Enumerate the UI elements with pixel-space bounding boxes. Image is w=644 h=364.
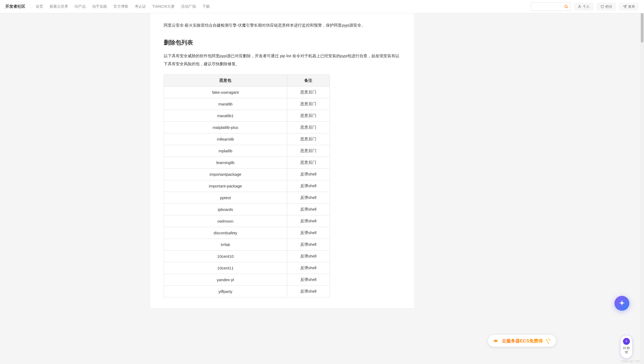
personal-button[interactable]: 个人 bbox=[574, 3, 593, 11]
cell-note: 恶意后门 bbox=[287, 87, 330, 98]
table-row: owlmoon反弹shell bbox=[164, 215, 330, 227]
search-button[interactable] bbox=[564, 4, 569, 9]
cell-note: 反弹shell bbox=[287, 262, 330, 274]
cell-note: 恶意后门 bbox=[287, 133, 330, 145]
header-actions: 个人 积分 发布 bbox=[531, 2, 639, 11]
cell-package: maratlib1 bbox=[164, 110, 287, 122]
package-table: 恶意包 备注 fake-useragant恶意后门maratlib恶意后门mar… bbox=[164, 75, 330, 297]
table-row: trrfab反弹shell bbox=[164, 239, 330, 251]
cell-package: important-package bbox=[164, 180, 287, 192]
nav-explore[interactable]: 探索云世界 bbox=[50, 4, 68, 9]
cell-note: 反弹shell bbox=[287, 274, 330, 286]
table-row: fake-useragant恶意后门 bbox=[164, 87, 330, 98]
table-row: ipboards反弹shell bbox=[164, 204, 330, 215]
cell-note: 反弹shell bbox=[287, 215, 330, 227]
table-row: 10cent11反弹shell bbox=[164, 262, 330, 274]
cell-package: ipboards bbox=[164, 204, 287, 215]
table-row: discordsafety反弹shell bbox=[164, 227, 330, 239]
points-button[interactable]: 积分 bbox=[597, 3, 616, 11]
page-wrapper: 阿里云安全-薪火实验室结合自建检测引擎-伏魔引擎长期对供应链恶意样本进行监控和预… bbox=[0, 13, 644, 319]
cell-package: mplatlib bbox=[164, 145, 287, 157]
section-heading: 删除包列表 bbox=[164, 39, 401, 47]
article-content: 阿里云安全-薪火实验室结合自建检测引擎-伏魔引擎长期对供应链恶意样本进行监控和预… bbox=[150, 13, 414, 308]
top-nav: 首页 探索云世界 问产品 动手实践 官方博客 考认证 TIANCHI大赛 活动广… bbox=[36, 4, 531, 9]
cell-note: 恶意后门 bbox=[287, 157, 330, 169]
cell-package: matplatlib-plus bbox=[164, 122, 287, 133]
sparkle-icon bbox=[618, 300, 626, 307]
table-row: mplatlib恶意后门 bbox=[164, 145, 330, 157]
th-package: 恶意包 bbox=[164, 75, 287, 87]
nav-download[interactable]: 下载 bbox=[202, 4, 210, 9]
cell-note: 反弹shell bbox=[287, 251, 330, 262]
cell-package: pptest bbox=[164, 192, 287, 204]
send-icon bbox=[623, 5, 627, 9]
cell-note: 恶意后门 bbox=[287, 98, 330, 110]
cell-note: 恶意后门 bbox=[287, 145, 330, 157]
search-box bbox=[531, 2, 571, 11]
cell-note: 反弹shell bbox=[287, 239, 330, 251]
table-row: matplatlib-plus恶意后门 bbox=[164, 122, 330, 133]
nav-practice[interactable]: 动手实践 bbox=[92, 4, 107, 9]
search-icon bbox=[564, 5, 568, 9]
cell-package: trrfab bbox=[164, 239, 287, 251]
svg-line-1 bbox=[567, 7, 568, 8]
nav-certification[interactable]: 考认证 bbox=[135, 4, 146, 9]
table-row: yandex-yt反弹shell bbox=[164, 274, 330, 286]
cell-package: learninglib bbox=[164, 157, 287, 169]
table-row: importantpackage反弹shell bbox=[164, 169, 330, 180]
table-row: pptest反弹shell bbox=[164, 192, 330, 204]
th-note: 备注 bbox=[287, 75, 330, 87]
user-icon bbox=[578, 5, 581, 9]
cell-package: fake-useragant bbox=[164, 87, 287, 98]
cell-package: yandex-yt bbox=[164, 274, 287, 286]
cell-package: maratlib bbox=[164, 98, 287, 110]
cell-package: owlmoon bbox=[164, 215, 287, 227]
table-row: important-package反弹shell bbox=[164, 180, 330, 192]
table-row: maratlib1恶意后门 bbox=[164, 110, 330, 122]
svg-point-2 bbox=[579, 5, 580, 7]
table-row: yiffparty反弹shell bbox=[164, 286, 330, 297]
table-row: 10cent10反弹shell bbox=[164, 251, 330, 262]
intro-paragraph: 阿里云安全-薪火实验室结合自建检测引擎-伏魔引擎长期对供应链恶意样本进行监控和预… bbox=[164, 21, 401, 29]
scrollbar-track[interactable] bbox=[640, 0, 644, 319]
points-label: 积分 bbox=[605, 4, 612, 9]
personal-label: 个人 bbox=[583, 4, 590, 9]
cell-package: discordsafety bbox=[164, 227, 287, 239]
cell-package: 10cent10 bbox=[164, 251, 287, 262]
nav-home[interactable]: 首页 bbox=[36, 4, 43, 9]
cell-note: 反弹shell bbox=[287, 192, 330, 204]
section-description: 以下具有安全威胁的软件包阿里pypi源已对应删除，开发者可通过 pip list… bbox=[164, 52, 401, 68]
cell-note: 恶意后门 bbox=[287, 110, 330, 122]
cell-package: yiffparty bbox=[164, 286, 287, 297]
cell-note: 恶意后门 bbox=[287, 122, 330, 133]
cell-note: 反弹shell bbox=[287, 169, 330, 180]
table-row: maratlib恶意后门 bbox=[164, 98, 330, 110]
assistant-fab[interactable] bbox=[614, 296, 629, 311]
nav-tianchi[interactable]: TIANCHI大赛 bbox=[152, 4, 175, 9]
heart-icon bbox=[600, 5, 604, 9]
top-header: 开发者社区 首页 探索云世界 问产品 动手实践 官方博客 考认证 TIANCHI… bbox=[0, 0, 644, 13]
nav-events[interactable]: 活动广场 bbox=[181, 4, 196, 9]
cell-note: 反弹shell bbox=[287, 227, 330, 239]
table-header-row: 恶意包 备注 bbox=[164, 75, 330, 87]
publish-label: 发布 bbox=[628, 4, 635, 9]
brand-logo[interactable]: 开发者社区 bbox=[5, 4, 31, 9]
cell-package: importantpackage bbox=[164, 169, 287, 180]
nav-blog[interactable]: 官方博客 bbox=[113, 4, 128, 9]
nav-products[interactable]: 问产品 bbox=[75, 4, 86, 9]
cell-note: 反弹shell bbox=[287, 286, 330, 297]
publish-button[interactable]: 发布 bbox=[619, 3, 639, 11]
svg-point-0 bbox=[565, 5, 567, 7]
scrollbar-thumb[interactable] bbox=[641, 11, 643, 43]
table-row: mllearnlib恶意后门 bbox=[164, 133, 330, 145]
cell-note: 反弹shell bbox=[287, 180, 330, 192]
table-row: learninglib恶意后门 bbox=[164, 157, 330, 169]
cell-note: 反弹shell bbox=[287, 204, 330, 215]
cell-package: mllearnlib bbox=[164, 133, 287, 145]
cell-package: 10cent11 bbox=[164, 262, 287, 274]
